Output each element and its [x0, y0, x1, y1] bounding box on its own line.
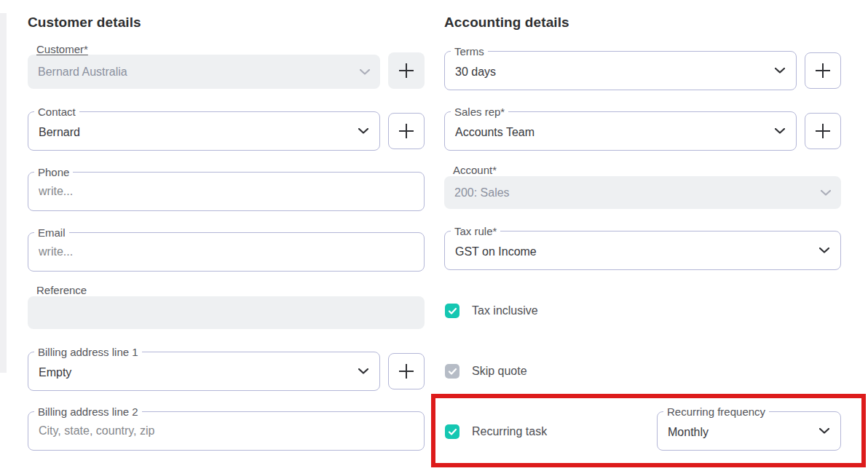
tax-inclusive-label: Tax inclusive — [472, 304, 538, 317]
chevron-down-icon — [360, 69, 370, 75]
sales-rep-add-button[interactable] — [805, 113, 841, 149]
billing-address-line-2-input[interactable] — [39, 424, 406, 438]
plus-icon — [398, 63, 414, 79]
terms-label: Terms — [451, 45, 488, 58]
chevron-down-icon — [821, 190, 831, 196]
invoice-details-form: Customer details Customer* Bernard Austr… — [0, 0, 868, 471]
plus-icon — [815, 63, 831, 79]
tax-inclusive-row: Tax inclusive — [445, 304, 538, 318]
email-input[interactable] — [39, 245, 406, 258]
terms-field[interactable]: Terms 30 days — [444, 45, 797, 90]
contact-field[interactable]: Contact Bernard — [28, 106, 380, 151]
account-value: 200: Sales — [454, 186, 510, 199]
chevron-down-icon — [775, 68, 785, 74]
customer-field: Customer* Bernard Australia — [28, 44, 380, 89]
recurring-frequency-value: Monthly — [668, 426, 709, 439]
accounting-details-heading: Accounting details — [444, 15, 569, 31]
customer-label: Customer* — [28, 44, 380, 55]
plus-icon — [398, 123, 414, 139]
email-label: Email — [34, 226, 69, 239]
recurring-frequency-label: Recurring frequency — [663, 405, 769, 418]
plus-icon — [398, 363, 414, 379]
tax-rule-label: Tax rule* — [451, 225, 500, 237]
sales-rep-value: Accounts Team — [455, 126, 534, 139]
billing-address-line-2-label: Billing address line 2 — [34, 405, 142, 418]
recurring-task-row: Recurring task — [445, 424, 547, 439]
billing-address-line-1-value: Empty — [39, 366, 71, 379]
chevron-down-icon — [358, 368, 368, 374]
chevron-down-icon — [819, 248, 829, 253]
tax-inclusive-checkbox[interactable] — [445, 304, 459, 318]
terms-value: 30 days — [455, 66, 496, 79]
account-label: Account* — [444, 165, 841, 176]
checkmark-icon — [448, 368, 457, 376]
skip-quote-label: Skip quote — [472, 365, 527, 378]
tax-rule-field[interactable]: Tax rule* GST on Income — [444, 225, 841, 270]
skip-quote-checkbox — [445, 364, 459, 379]
billing-address-line-2-field: Billing address line 2 — [28, 405, 425, 451]
recurring-task-checkbox[interactable] — [445, 424, 459, 439]
customer-details-heading: Customer details — [28, 15, 141, 31]
reference-field: Reference — [28, 285, 425, 329]
recurring-frequency-field[interactable]: Recurring frequency Monthly — [657, 405, 841, 451]
skip-quote-row: Skip quote — [445, 364, 527, 379]
reference-label: Reference — [28, 285, 425, 296]
checkmark-icon — [448, 428, 457, 436]
recurring-task-label: Recurring task — [472, 425, 547, 438]
customer-value: Bernard Australia — [38, 66, 127, 79]
plus-icon — [815, 123, 831, 139]
billing-address-line-1-label: Billing address line 1 — [34, 346, 142, 358]
phone-field: Phone — [28, 166, 425, 211]
customer-add-button — [388, 52, 425, 89]
tax-rule-value: GST on Income — [455, 245, 537, 258]
contact-add-button[interactable] — [388, 113, 425, 149]
terms-add-button[interactable] — [805, 52, 841, 89]
sales-rep-field[interactable]: Sales rep* Accounts Team — [444, 106, 797, 151]
billing-address-add-button[interactable] — [388, 353, 425, 389]
billing-address-line-1-field[interactable]: Billing address line 1 Empty — [28, 346, 380, 391]
checkmark-icon — [448, 307, 457, 315]
chevron-down-icon — [819, 428, 829, 434]
contact-value: Bernard — [39, 126, 80, 139]
phone-input[interactable] — [39, 185, 406, 198]
phone-label: Phone — [34, 166, 73, 178]
contact-label: Contact — [34, 106, 79, 118]
account-field: Account* 200: Sales — [444, 165, 841, 209]
email-field: Email — [28, 226, 425, 272]
panel-edge-divider — [0, 13, 7, 373]
chevron-down-icon — [358, 128, 368, 134]
chevron-down-icon — [775, 128, 785, 134]
sales-rep-label: Sales rep* — [451, 106, 508, 118]
